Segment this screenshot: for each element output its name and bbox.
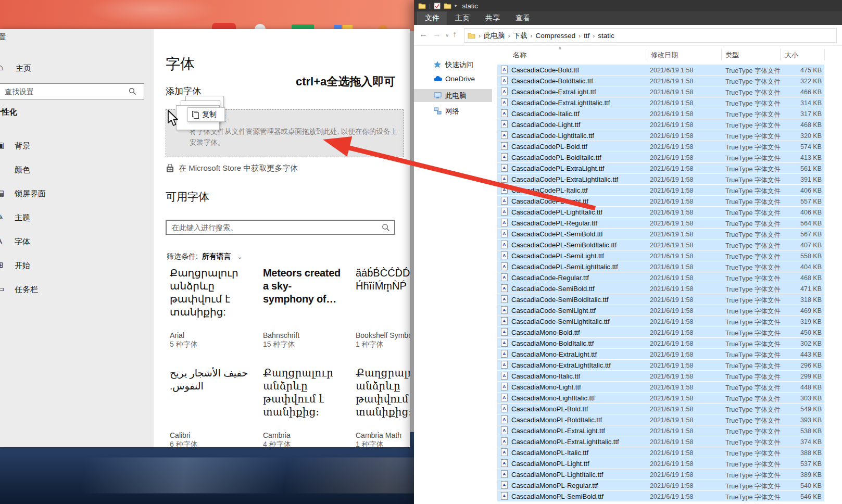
file-row[interactable]: ACascadiaCodePL-LightItalic.ttf2021/6/19… xyxy=(497,207,824,218)
sidebar-item-fonts[interactable]: A字体 xyxy=(0,235,154,254)
file-row[interactable]: ACascadiaCode-ExtraLight.ttf2021/6/19 1:… xyxy=(497,86,824,97)
breadcrumb-segment[interactable]: ttf xyxy=(584,32,589,40)
sidebar-item-label: 主页 xyxy=(16,64,31,73)
file-row[interactable]: ACascadiaCode-SemiBoldItalic.ttf2021/6/1… xyxy=(497,294,824,305)
file-row[interactable]: ACascadiaMono-Italic.ttf2021/6/19 1:58Tr… xyxy=(497,371,824,382)
sidebar-item-start[interactable]: ⊞开始 xyxy=(0,259,154,278)
explorer-nav-quick-access[interactable]: 快速访问 xyxy=(414,58,492,71)
file-row[interactable]: ACascadiaCodePL-Bold.ttf2021/6/19 1:58Tr… xyxy=(497,141,824,152)
chevron-down-icon[interactable]: ▾ xyxy=(455,3,457,8)
font-search-input[interactable] xyxy=(171,221,376,234)
file-row[interactable]: ACascadiaCodePL-Light.ttf2021/6/19 1:58T… xyxy=(497,196,824,207)
history-dropdown-icon[interactable]: ∨ xyxy=(445,32,449,38)
back-button[interactable]: ← xyxy=(419,30,428,39)
language-filter-dropdown[interactable]: 筛选条件: 所有语言 ⌄ xyxy=(167,252,242,261)
file-row[interactable]: ACascadiaMono-ExtraLightItalic.ttf2021/6… xyxy=(497,360,824,371)
column-header-date[interactable]: 修改日期 xyxy=(651,51,678,60)
breadcrumb-segment[interactable]: 下载 xyxy=(513,32,527,40)
address-bar[interactable]: ›此电脑›下载›Compressed›ttf›static xyxy=(464,28,837,43)
ribbon-tab-0[interactable]: 文件 xyxy=(417,11,447,25)
breadcrumb-segment[interactable]: Compressed xyxy=(536,32,576,40)
ribbon-tab-3[interactable]: 查看 xyxy=(508,11,538,25)
sidebar-item-home[interactable]: ⌂ 主页 xyxy=(0,61,154,77)
checkmark-icon[interactable] xyxy=(434,3,441,9)
explorer-nav-onedrive[interactable]: OneDrive xyxy=(414,73,492,86)
peek-icon-orange xyxy=(379,25,387,29)
font-card-cambria-math[interactable]: Քաղցրալուր անձրևը թափվում է տանիքից:Camb… xyxy=(356,367,410,447)
sidebar-item-background[interactable]: ▣背景 xyxy=(0,140,154,158)
font-file-icon: A xyxy=(501,372,508,380)
explorer-nav-this-pc[interactable]: 此电脑 xyxy=(414,89,492,102)
file-row[interactable]: ACascadiaCode-LightItalic.ttf2021/6/19 1… xyxy=(497,130,824,141)
file-row[interactable]: ACascadiaCode-BoldItalic.ttf2021/6/19 1:… xyxy=(497,75,824,86)
settings-main: 字体 添加字体 拖放以安装 将字体文件从文件资源管理器或桌面拖放到此处, 以便在… xyxy=(154,29,410,447)
folder-icon[interactable] xyxy=(444,3,451,9)
file-row[interactable]: ACascadiaMonoPL-Bold.ttf2021/6/19 1:58Tr… xyxy=(497,404,824,414)
file-row[interactable]: ACascadiaCode-Regular.ttf2021/6/19 1:58T… xyxy=(497,272,824,283)
font-card-bahnschrift[interactable]: Meteors created a sky-symphony of…Bahnsc… xyxy=(263,267,342,355)
file-name: CascadiaCode-ExtraLightItalic.ttf xyxy=(511,99,610,107)
file-row[interactable]: ACascadiaMono-LightItalic.ttf2021/6/19 1… xyxy=(497,393,824,404)
file-row[interactable]: ACascadiaCodePL-SemiLightItalic.ttf2021/… xyxy=(497,261,824,272)
ribbon-tab-1[interactable]: 主页 xyxy=(447,11,477,25)
file-row[interactable]: ACascadiaMono-BoldItalic.ttf2021/6/19 1:… xyxy=(497,338,824,349)
file-row[interactable]: ACascadiaCode-Italic.ttf2021/6/19 1:58Tr… xyxy=(497,108,824,119)
file-name: CascadiaCodePL-LightItalic.ttf xyxy=(511,208,602,216)
file-row[interactable]: ACascadiaMono-ExtraLight.ttf2021/6/19 1:… xyxy=(497,349,824,360)
file-row[interactable]: ACascadiaCodePL-Italic.ttf2021/6/19 1:58… xyxy=(497,185,824,196)
file-row[interactable]: ACascadiaMono-Bold.ttf2021/6/19 1:58True… xyxy=(497,327,824,338)
font-card-arial[interactable]: Քաղցրալուր անձրևը թափվում է տանիքից:Aria… xyxy=(170,267,249,355)
file-row[interactable]: ACascadiaCode-ExtraLightItalic.ttf2021/6… xyxy=(497,97,824,108)
settings-search-input[interactable] xyxy=(4,84,123,99)
up-button[interactable]: ↑ xyxy=(453,30,457,39)
column-header-type[interactable]: 类型 xyxy=(725,51,739,60)
forward-button[interactable]: → xyxy=(433,30,441,39)
file-date: 2021/6/19 1:58 xyxy=(650,263,693,271)
file-date: 2021/6/19 1:58 xyxy=(650,143,693,150)
file-row[interactable]: ACascadiaMonoPL-Italic.ttf2021/6/19 1:58… xyxy=(497,447,824,458)
file-row[interactable]: ACascadiaCodePL-SemiBold.ttf2021/6/19 1:… xyxy=(497,229,824,240)
file-row[interactable]: ACascadiaMonoPL-Regular.ttf2021/6/19 1:5… xyxy=(497,480,824,491)
file-row[interactable]: ACascadiaCodePL-BoldItalic.ttf2021/6/19 … xyxy=(497,152,824,163)
file-row[interactable]: ACascadiaMonoPL-SemiBold.ttf2021/6/19 1:… xyxy=(497,491,824,502)
sidebar-item-colors[interactable]: ◐颜色 xyxy=(0,163,154,182)
explorer-nav-network[interactable]: 网络 xyxy=(414,105,492,118)
file-row[interactable]: ACascadiaCodePL-ExtraLightItalic.ttf2021… xyxy=(497,174,824,185)
file-type: TrueType 字体文件 xyxy=(725,209,781,218)
ribbon-tab-2[interactable]: 共享 xyxy=(477,11,508,25)
breadcrumb-segment[interactable]: static xyxy=(598,32,614,40)
font-preview: Meteors created a sky-symphony of… xyxy=(263,267,342,331)
file-row[interactable]: ACascadiaMonoPL-ExtraLight.ttf2021/6/19 … xyxy=(497,425,824,436)
store-link[interactable]: 在 Microsoft Store 中获取更多字体 xyxy=(166,162,298,174)
column-header-name[interactable]: 名称 xyxy=(513,51,526,60)
file-row[interactable]: ACascadiaCode-SemiLight.ttf2021/6/19 1:5… xyxy=(497,305,824,316)
file-row[interactable]: ACascadiaCodePL-ExtraLight.ttf2021/6/19 … xyxy=(497,163,824,174)
nav-item-label: 快速访问 xyxy=(445,60,473,70)
font-file-icon: A xyxy=(501,295,508,303)
sidebar-item-lockscreen[interactable]: ▤锁屏界面 xyxy=(0,187,154,206)
file-name: CascadiaCode-LightItalic.ttf xyxy=(511,132,594,140)
file-row[interactable]: ACascadiaCode-SemiBold.ttf2021/6/19 1:58… xyxy=(497,283,824,294)
file-row[interactable]: ACascadiaCode-SemiLightItalic.ttf2021/6/… xyxy=(497,316,824,327)
column-header-size[interactable]: 大小 xyxy=(785,51,798,60)
file-row[interactable]: ACascadiaCodePL-SemiLight.ttf2021/6/19 1… xyxy=(497,250,824,261)
breadcrumb-segment[interactable]: 此电脑 xyxy=(484,32,505,40)
file-row[interactable]: ACascadiaMonoPL-Light.ttf2021/6/19 1:58T… xyxy=(497,458,824,469)
file-date: 2021/6/19 1:58 xyxy=(650,154,693,161)
file-row[interactable]: ACascadiaCode-Bold.ttf2021/6/19 1:58True… xyxy=(497,65,824,75)
font-card-calibri[interactable]: حفيف الأشجار يريح النفوس.Calibri6 种字体 xyxy=(170,367,249,447)
file-row[interactable]: ACascadiaCodePL-Regular.ttf2021/6/19 1:5… xyxy=(497,218,824,229)
file-row[interactable]: ACascadiaMonoPL-ExtraLightItalic.ttf2021… xyxy=(497,436,824,447)
file-type: TrueType 字体文件 xyxy=(725,165,781,174)
file-name: CascadiaCode-SemiBoldItalic.ttf xyxy=(511,296,608,304)
file-row[interactable]: ACascadiaCode-Light.ttf2021/6/19 1:58Tru… xyxy=(497,119,824,130)
font-card-cambria[interactable]: Քաղցրալուր անձրևը թափվում է տանիքից:Camb… xyxy=(263,367,342,447)
font-card-bookshelf-symbol-7[interactable]: ăáb́B́C̀ĆD̀D́F́f́ H́h̆ĭíḾm̥ǸṔBookshelf S… xyxy=(356,267,410,355)
sidebar-item-taskbar[interactable]: ▭任务栏 xyxy=(0,283,154,302)
file-row[interactable]: ACascadiaMono-Light.ttf2021/6/19 1:58Tru… xyxy=(497,382,824,393)
file-row[interactable]: ACascadiaCodePL-SemiBoldItalic.ttf2021/6… xyxy=(497,240,824,250)
folder-icon[interactable] xyxy=(418,3,426,9)
sidebar-item-themes[interactable]: ✎主题 xyxy=(0,211,154,230)
file-row[interactable]: ACascadiaMonoPL-LightItalic.ttf2021/6/19… xyxy=(497,469,824,480)
file-row[interactable]: ACascadiaMonoPL-BoldItalic.ttf2021/6/19 … xyxy=(497,414,824,425)
